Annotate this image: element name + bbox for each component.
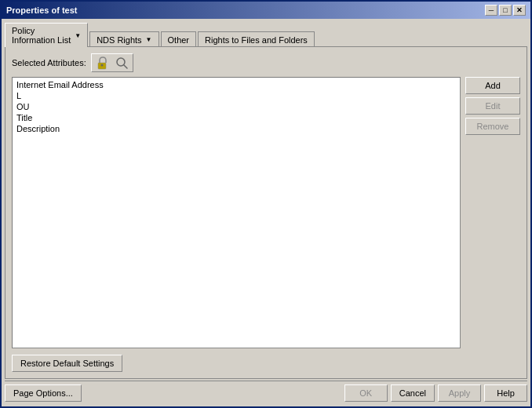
bottom-section: Restore Default Settings	[12, 355, 520, 372]
list-item[interactable]: OU	[14, 101, 458, 112]
edit-button[interactable]: Edit	[465, 97, 520, 115]
tab-rights-label: Rights to Files and Folders	[205, 35, 308, 45]
tab-rights[interactable]: Rights to Files and Folders	[198, 31, 315, 47]
ok-button[interactable]: OK	[344, 384, 388, 402]
icon-group	[91, 53, 133, 72]
main-window: Properties of test ─ □ ✕ PolicyInformati…	[0, 0, 532, 408]
list-item[interactable]: Title	[14, 112, 458, 123]
list-item[interactable]: Internet Email Address	[14, 79, 458, 90]
svg-line-3	[124, 65, 127, 68]
tab-nds-label: NDS Rights	[97, 35, 141, 45]
restore-defaults-button[interactable]: Restore Default Settings	[12, 355, 122, 372]
window-title: Properties of test	[6, 5, 77, 15]
magnify-icon[interactable]	[114, 56, 129, 70]
svg-point-1	[100, 64, 103, 67]
page-options-button[interactable]: Page Options...	[5, 384, 82, 402]
tab-policy-inner: PolicyInformation List ▼	[12, 26, 81, 45]
tab-other[interactable]: Other	[161, 31, 197, 47]
selected-attrs-label: Selected Attributes:	[12, 58, 86, 67]
tab-nds-arrow: ▼	[146, 36, 152, 43]
main-area: Internet Email Address L OU Title Descri…	[12, 77, 520, 348]
cancel-button[interactable]: Cancel	[391, 384, 435, 402]
footer-divider	[5, 381, 527, 381]
help-button[interactable]: Help	[484, 384, 527, 402]
footer-buttons: Page Options... OK Cancel Apply Help	[5, 383, 527, 403]
attributes-list[interactable]: Internet Email Address L OU Title Descri…	[12, 77, 461, 348]
side-buttons: Add Edit Remove	[465, 77, 520, 348]
tab-nds[interactable]: NDS Rights ▼	[89, 31, 159, 47]
remove-button[interactable]: Remove	[465, 118, 520, 135]
minimize-button[interactable]: ─	[485, 5, 497, 16]
tab-policy-arrow: ▼	[75, 32, 81, 39]
list-item[interactable]: L	[14, 90, 458, 101]
selected-attrs-row: Selected Attributes:	[12, 53, 520, 72]
tabs-row: PolicyInformation List ▼ NDS Rights ▼ Ot…	[5, 22, 527, 46]
title-bar-buttons: ─ □ ✕	[485, 5, 526, 16]
tab-other-label: Other	[168, 35, 190, 45]
apply-button[interactable]: Apply	[438, 384, 481, 402]
window-content: PolicyInformation List ▼ NDS Rights ▼ Ot…	[2, 19, 530, 406]
tab-nds-inner: NDS Rights ▼	[97, 35, 151, 45]
maximize-button[interactable]: □	[499, 5, 512, 16]
tab-content: Selected Attributes:	[5, 46, 527, 379]
tab-policy-label: PolicyInformation List	[12, 26, 71, 45]
close-button[interactable]: ✕	[513, 5, 526, 16]
footer-left: Page Options...	[5, 384, 82, 402]
tab-policy[interactable]: PolicyInformation List ▼	[5, 23, 88, 47]
list-item[interactable]: Description	[14, 123, 458, 134]
title-bar: Properties of test ─ □ ✕	[2, 2, 530, 19]
lock-icon[interactable]	[95, 56, 111, 70]
add-button[interactable]: Add	[465, 77, 520, 94]
